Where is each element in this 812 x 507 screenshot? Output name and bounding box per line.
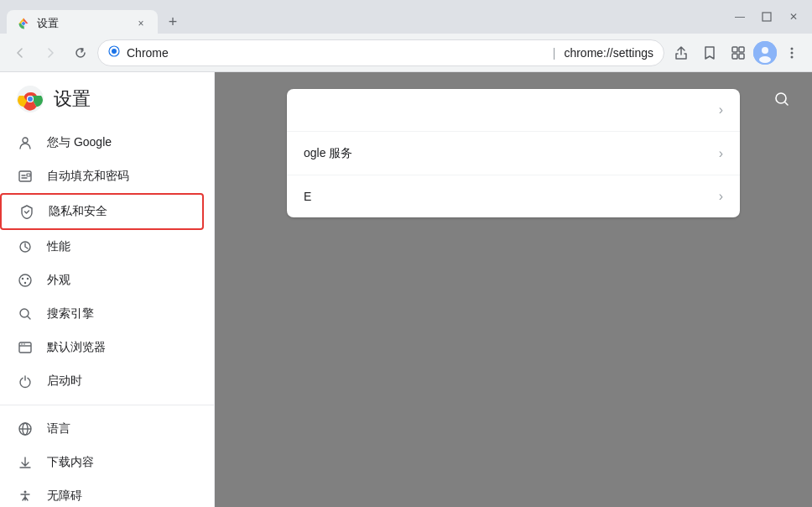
toolbar-actions (668, 39, 805, 66)
reload-button[interactable] (67, 39, 94, 66)
tab-bar: 设置 × + (7, 0, 728, 34)
svg-rect-3 (763, 13, 771, 21)
sidebar: 设置 您与 Google (0, 72, 215, 507)
settings-row-2-content: ogle 服务 (304, 145, 719, 161)
autofill-icon (17, 168, 34, 185)
sidebar-nav: 您与 Google 自动填充和密码 (0, 126, 214, 507)
person-icon (17, 134, 34, 151)
sidebar-item-performance[interactable]: 性能 (0, 230, 207, 264)
svg-rect-21 (27, 174, 30, 176)
sidebar-label-search: 搜索引擎 (47, 306, 94, 321)
sidebar-label-language: 语言 (47, 421, 70, 436)
address-bar[interactable]: Chrome | chrome://settings (97, 39, 664, 66)
minimize-button[interactable]: — (728, 5, 752, 29)
power-icon (17, 373, 34, 389)
active-tab[interactable]: 设置 × (7, 10, 158, 37)
sidebar-header: 设置 (0, 72, 214, 126)
globe-icon (17, 421, 34, 437)
sidebar-label-autofill: 自动填充和密码 (47, 169, 129, 184)
svg-point-30 (23, 343, 25, 345)
sidebar-label-accessibility: 无障碍 (47, 489, 82, 504)
new-tab-button[interactable]: + (161, 10, 185, 34)
settings-row-3[interactable]: E › (287, 175, 740, 217)
svg-rect-6 (732, 47, 737, 52)
settings-row-2-title: ogle 服务 (304, 146, 352, 159)
tab-close-button[interactable]: × (134, 17, 148, 30)
search-settings-button[interactable] (768, 86, 795, 112)
svg-point-11 (762, 47, 768, 54)
address-separator: | (553, 46, 556, 60)
sidebar-title: 设置 (54, 86, 91, 112)
svg-point-19 (23, 138, 28, 143)
download-icon (17, 454, 34, 471)
svg-point-34 (776, 93, 786, 103)
svg-point-26 (24, 282, 26, 284)
shield-icon (18, 203, 35, 220)
security-icon (108, 45, 120, 60)
sidebar-label-downloads: 下载内容 (47, 455, 94, 470)
svg-point-2 (22, 22, 25, 25)
palette-icon (17, 272, 34, 289)
settings-row-3-content: E (304, 189, 719, 204)
svg-point-13 (791, 47, 794, 50)
forward-button[interactable] (37, 39, 64, 66)
profile-button[interactable] (753, 41, 777, 65)
settings-row-3-title: E (304, 190, 311, 203)
svg-point-33 (24, 491, 27, 494)
tab-title: 设置 (37, 16, 128, 31)
sidebar-item-autofill[interactable]: 自动填充和密码 (0, 159, 207, 193)
svg-point-5 (112, 49, 117, 54)
svg-point-15 (791, 55, 794, 58)
svg-rect-7 (739, 47, 744, 52)
share-button[interactable] (668, 39, 695, 66)
tab-favicon (17, 17, 30, 30)
sidebar-item-downloads[interactable]: 下载内容 (0, 446, 207, 479)
svg-point-25 (27, 278, 29, 280)
settings-card: › ogle 服务 › E › (287, 89, 740, 217)
window-controls: — ✕ (728, 5, 805, 29)
sidebar-item-appearance[interactable]: 外观 (0, 264, 207, 297)
browser-icon (17, 339, 34, 356)
sidebar-label-appearance: 外观 (47, 273, 70, 288)
svg-point-23 (19, 274, 31, 286)
svg-point-12 (759, 56, 771, 63)
more-button[interactable] (778, 39, 805, 66)
sidebar-item-privacy[interactable]: 隐私和安全 (0, 193, 204, 230)
extensions-button[interactable] (725, 39, 752, 66)
settings-row-1[interactable]: › (287, 89, 740, 132)
sidebar-item-search[interactable]: 搜索引擎 (0, 297, 207, 331)
sidebar-item-language[interactable]: 语言 (0, 412, 207, 446)
chrome-logo-icon (17, 86, 44, 112)
close-button[interactable]: ✕ (782, 5, 805, 29)
svg-rect-8 (732, 54, 737, 59)
sidebar-label-performance: 性能 (47, 239, 70, 254)
address-url: chrome://settings (564, 46, 653, 60)
main-layout: 设置 您与 Google (0, 72, 812, 507)
sidebar-label-google-account: 您与 Google (47, 135, 112, 150)
accessibility-icon (17, 488, 34, 504)
sidebar-item-default-browser[interactable]: 默认浏览器 (0, 331, 207, 364)
settings-row-1-arrow: › (719, 102, 723, 118)
content-area: › ogle 服务 › E › (215, 72, 812, 507)
back-button[interactable] (7, 39, 34, 66)
svg-point-27 (20, 309, 29, 317)
svg-point-24 (22, 278, 23, 280)
restore-button[interactable] (755, 5, 778, 29)
sidebar-divider (0, 405, 214, 405)
addressbar: Chrome | chrome://settings (0, 34, 812, 72)
performance-icon (17, 238, 34, 255)
svg-rect-9 (739, 54, 744, 59)
search-icon (17, 306, 34, 322)
sidebar-item-accessibility[interactable]: 无障碍 (0, 479, 207, 507)
sidebar-item-google-account[interactable]: 您与 Google (0, 126, 207, 159)
sidebar-label-default-browser: 默认浏览器 (47, 340, 106, 355)
sidebar-item-startup[interactable]: 启动时 (0, 364, 207, 398)
svg-point-29 (21, 343, 23, 345)
address-security-label: Chrome (127, 46, 544, 60)
sidebar-label-startup: 启动时 (47, 374, 82, 389)
bookmark-button[interactable] (696, 39, 723, 66)
svg-point-14 (791, 51, 794, 54)
svg-point-18 (28, 97, 33, 102)
settings-row-2[interactable]: ogle 服务 › (287, 132, 740, 175)
settings-row-2-arrow: › (719, 146, 723, 161)
